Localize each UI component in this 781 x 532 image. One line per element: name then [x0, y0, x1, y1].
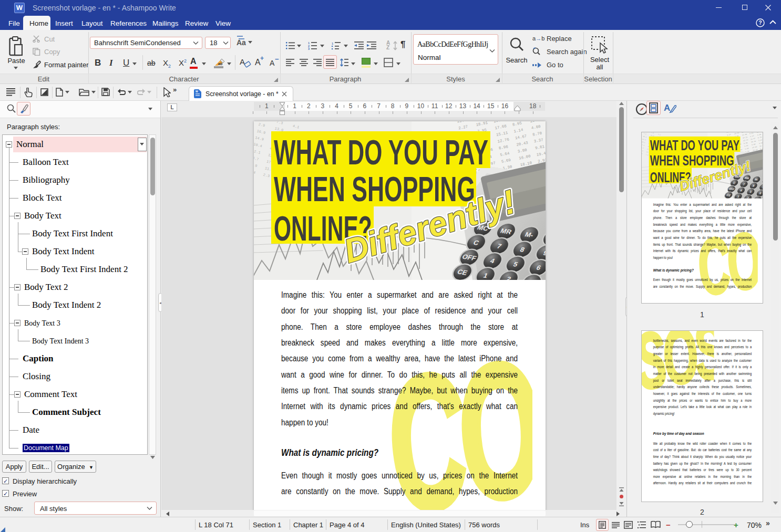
svg-text:Differently!: Differently!: [340, 182, 520, 270]
svg-text:3: 3: [308, 47, 310, 50]
svg-text:W: W: [196, 90, 198, 93]
svg-text:?: ?: [758, 20, 762, 26]
svg-text:ab: ab: [218, 62, 222, 66]
svg-text:Differently!: Differently!: [677, 158, 753, 195]
svg-text:1: 1: [332, 42, 333, 45]
